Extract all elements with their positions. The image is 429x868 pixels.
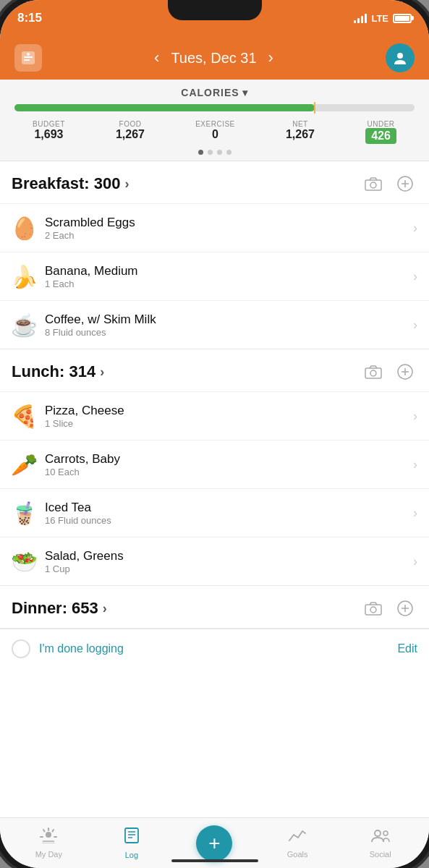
pagination-dots bbox=[0, 150, 429, 155]
date-navigation: ‹ Tues, Dec 31 › bbox=[154, 48, 273, 67]
svg-point-6 bbox=[370, 182, 376, 188]
banana-chevron-icon: › bbox=[413, 269, 417, 284]
dot-2[interactable] bbox=[208, 150, 213, 155]
edit-link[interactable]: Edit bbox=[397, 642, 417, 655]
carrots-chevron-icon: › bbox=[413, 457, 417, 472]
svg-point-23 bbox=[46, 832, 51, 838]
dinner-section: Dinner: 653 › bbox=[0, 586, 429, 629]
lunch-actions bbox=[361, 359, 417, 384]
food-item-pizza[interactable]: 🍕 Pizza, Cheese 1 Slice › bbox=[0, 391, 429, 440]
scrambled-eggs-chevron-icon: › bbox=[413, 221, 417, 236]
calories-stats: BUDGET 1,693 FOOD 1,267 EXERCISE 0 NET 1… bbox=[0, 117, 429, 144]
pizza-icon: 🍕 bbox=[7, 399, 41, 433]
salad-icon: 🥗 bbox=[7, 545, 41, 578]
phone-frame: 8:15 LTE ‹ Tues, Dec 31 bbox=[0, 0, 429, 868]
under-stat: UNDER 426 bbox=[365, 120, 396, 144]
goals-label: Goals bbox=[287, 850, 308, 859]
dinner-actions bbox=[361, 596, 417, 621]
dinner-header: Dinner: 653 › bbox=[0, 586, 429, 628]
svg-rect-5 bbox=[365, 180, 381, 190]
svg-point-11 bbox=[370, 370, 376, 376]
log-icon bbox=[123, 827, 140, 848]
svg-line-21 bbox=[43, 830, 45, 832]
svg-rect-1 bbox=[24, 56, 33, 58]
dot-1[interactable] bbox=[198, 150, 203, 155]
dinner-title[interactable]: Dinner: 653 › bbox=[12, 599, 107, 618]
dinner-chevron-icon: › bbox=[103, 601, 107, 616]
svg-point-33 bbox=[383, 831, 388, 835]
main-content: Breakfast: 300 › bbox=[0, 161, 429, 820]
add-button[interactable]: + bbox=[196, 825, 232, 861]
banana-icon: 🍌 bbox=[7, 260, 41, 293]
dot-3[interactable] bbox=[217, 150, 222, 155]
food-stat: FOOD 1,267 bbox=[116, 120, 145, 144]
food-item-iced-tea[interactable]: 🧋 Iced Tea 16 Fluid ounces › bbox=[0, 488, 429, 537]
breakfast-header: Breakfast: 300 › bbox=[0, 161, 429, 203]
exercise-stat: EXERCISE 0 bbox=[195, 120, 235, 144]
svg-line-22 bbox=[53, 830, 54, 832]
breakfast-actions bbox=[361, 171, 417, 196]
done-logging-text[interactable]: I'm done logging bbox=[39, 642, 388, 655]
signal-icon bbox=[354, 13, 367, 23]
tab-add[interactable]: + bbox=[173, 825, 256, 861]
budget-marker bbox=[314, 102, 315, 114]
social-icon bbox=[370, 827, 391, 848]
food-item-carrots[interactable]: 🥕 Carrots, Baby 10 Each › bbox=[0, 440, 429, 488]
progress-fill bbox=[14, 104, 315, 111]
status-bar: 8:15 LTE bbox=[0, 0, 429, 36]
breakfast-camera-button[interactable] bbox=[361, 171, 386, 196]
breakfast-chevron-icon: › bbox=[124, 176, 129, 192]
prev-date-button[interactable]: ‹ bbox=[154, 48, 159, 67]
food-item-scrambled-eggs[interactable]: 🥚 Scrambled Eggs 2 Each › bbox=[0, 203, 429, 252]
my-day-label: My Day bbox=[35, 850, 62, 859]
budget-stat: BUDGET 1,693 bbox=[33, 120, 65, 144]
dinner-add-button[interactable] bbox=[393, 596, 417, 621]
pizza-chevron-icon: › bbox=[413, 409, 417, 424]
battery-icon bbox=[393, 14, 412, 23]
current-date: Tues, Dec 31 bbox=[171, 50, 256, 67]
calories-title[interactable]: CALORIES ▾ bbox=[0, 87, 429, 98]
lunch-chevron-icon: › bbox=[100, 365, 104, 380]
svg-rect-15 bbox=[365, 605, 381, 615]
app-icon bbox=[14, 44, 42, 72]
notch bbox=[168, 0, 262, 20]
svg-point-4 bbox=[397, 53, 403, 59]
food-item-banana[interactable]: 🍌 Banana, Medium 1 Each › bbox=[0, 252, 429, 300]
tab-goals[interactable]: Goals bbox=[256, 827, 339, 859]
calories-dropdown-icon: ▾ bbox=[242, 87, 248, 98]
lunch-header: Lunch: 314 › bbox=[0, 349, 429, 391]
lunch-section: Lunch: 314 › bbox=[0, 349, 429, 586]
social-label: Social bbox=[370, 850, 391, 859]
food-item-salad[interactable]: 🥗 Salad, Greens 1 Cup › bbox=[0, 537, 429, 585]
dot-4[interactable] bbox=[226, 150, 232, 155]
food-item-coffee[interactable]: ☕ Coffee, w/ Skim Milk 8 Fluid ounces › bbox=[0, 300, 429, 349]
dinner-camera-button[interactable] bbox=[361, 596, 386, 621]
log-label: Log bbox=[125, 851, 138, 859]
calories-section: CALORIES ▾ BUDGET 1,693 FOOD 1,267 EXERC… bbox=[0, 80, 429, 161]
coffee-icon: ☕ bbox=[7, 308, 41, 341]
carrots-icon: 🥕 bbox=[7, 448, 41, 481]
lunch-add-button[interactable] bbox=[393, 359, 417, 384]
scrambled-eggs-icon: 🥚 bbox=[7, 211, 41, 244]
status-icons: LTE bbox=[354, 13, 412, 24]
tab-my-day[interactable]: My Day bbox=[7, 827, 90, 859]
svg-point-16 bbox=[370, 607, 376, 613]
svg-point-32 bbox=[375, 830, 381, 836]
net-stat: NET 1,267 bbox=[286, 120, 315, 144]
home-indicator bbox=[171, 859, 258, 862]
next-date-button[interactable]: › bbox=[268, 48, 273, 67]
svg-rect-28 bbox=[125, 828, 138, 843]
breakfast-title[interactable]: Breakfast: 300 › bbox=[12, 174, 129, 193]
profile-button[interactable] bbox=[386, 43, 415, 72]
done-logging-toggle[interactable] bbox=[12, 639, 30, 658]
calorie-progress-bar bbox=[14, 104, 415, 111]
lunch-title[interactable]: Lunch: 314 › bbox=[12, 362, 104, 381]
tab-social[interactable]: Social bbox=[339, 827, 422, 859]
tab-log[interactable]: Log bbox=[90, 827, 174, 859]
lunch-camera-button[interactable] bbox=[361, 359, 386, 384]
done-logging-bar: I'm done logging Edit bbox=[0, 629, 429, 668]
status-time: 8:15 bbox=[17, 11, 42, 25]
nav-bar: ‹ Tues, Dec 31 › bbox=[0, 36, 429, 80]
breakfast-add-button[interactable] bbox=[393, 171, 417, 196]
svg-point-3 bbox=[27, 53, 30, 56]
